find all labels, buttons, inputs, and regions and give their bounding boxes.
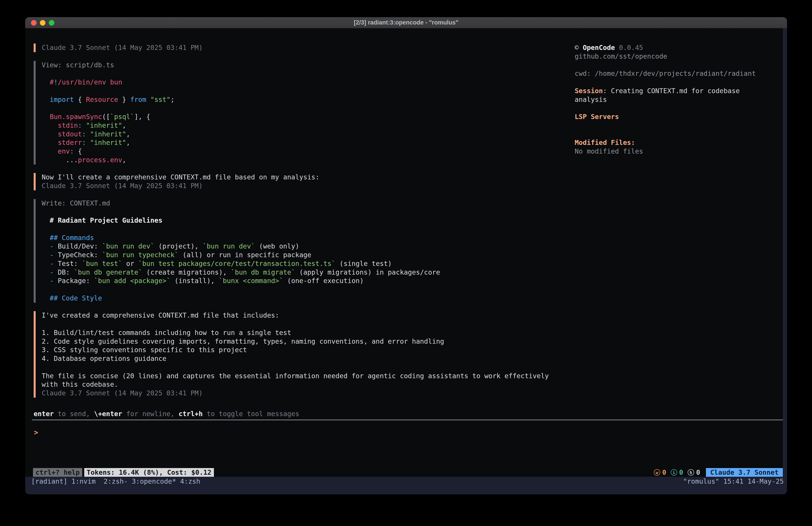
terminal-line xyxy=(42,363,573,372)
text-segment: LSP Servers xyxy=(575,113,619,120)
terminal-screen: Claude 3.7 Sonnet (14 May 2025 03:41 PM)… xyxy=(25,28,783,477)
terminal-line: cwd: /home/thdxr/dev/projects/radiant/ra… xyxy=(575,69,783,78)
terminal-line xyxy=(575,78,783,87)
minimize-button[interactable] xyxy=(40,20,45,26)
prompt-input[interactable]: > xyxy=(34,428,778,437)
text-segment: 0.0.45 xyxy=(615,44,643,52)
terminal-line: - TypeCheck: `bun run typecheck` (all) o… xyxy=(42,251,573,259)
text-segment: Package: xyxy=(54,277,94,285)
warning-counter: w0 xyxy=(654,469,666,476)
zoom-button[interactable] xyxy=(49,20,54,26)
text-segment: , xyxy=(126,130,130,138)
terminal-line: Bun.spawnSync([`psql`], { xyxy=(42,113,573,121)
text-segment: ## Commands xyxy=(42,234,94,242)
text-segment: ; xyxy=(171,96,174,103)
terminal-line: with this codebase. xyxy=(42,380,573,389)
block-gap xyxy=(34,52,573,61)
terminal-line: - Test: `bun test` or `bun test packages… xyxy=(42,259,573,268)
assistant-message-block: Now I'll create a comprehensive CONTEXT.… xyxy=(34,173,573,190)
block-gap xyxy=(34,303,573,311)
text-segment: "inherit" xyxy=(86,122,122,129)
text-segment: `bun run dev` xyxy=(102,242,155,250)
terminal-line: stderr: "inherit", xyxy=(42,138,573,147)
text-segment: ## Code Style xyxy=(42,294,102,302)
terminal-line xyxy=(575,121,783,130)
text-segment: cwd: /home/thdxr/dev/projects/radiant/ra… xyxy=(575,70,756,77)
terminal-line: - Package: `bun add <package>` (install)… xyxy=(42,276,573,285)
counter-value: 0 xyxy=(696,469,700,476)
h-circle-icon: h xyxy=(688,469,694,475)
info-counter: i0 xyxy=(671,469,683,476)
terminal-line: - Build/Dev: `bun run dev` (project), `b… xyxy=(42,242,573,251)
text-segment: (single test) xyxy=(336,260,392,268)
terminal-line: 4. Database operations guidance xyxy=(42,354,573,363)
terminal-line: The file is concise (20 lines) and captu… xyxy=(42,372,573,381)
terminal-line: stdout: "inherit", xyxy=(42,130,573,139)
tmux-session-windows[interactable]: [radiant] 1:nvim 2:zsh- 3:opencode* 4:zs… xyxy=(31,478,200,485)
terminal-line xyxy=(575,104,783,113)
text-segment: ... xyxy=(42,156,78,164)
block-gap xyxy=(34,165,573,173)
app-info-panel: © OpenCode 0.0.45github.com/sst/opencode… xyxy=(575,43,783,156)
tmux-status-bar: [radiant] 1:nvim 2:zsh- 3:opencode* 4:zs… xyxy=(25,477,787,486)
terminal-line: env: { xyxy=(42,147,573,156)
diagnostic-counters: w0i0h0 xyxy=(654,469,700,476)
text-segment: `bun run typecheck` xyxy=(102,251,178,259)
text-segment: DB: xyxy=(54,268,74,276)
text-segment: - xyxy=(50,277,54,285)
text-segment: # Radiant Project Guidelines xyxy=(42,216,162,224)
text-segment: Claude 3.7 Sonnet (14 May 2025 03:41 PM) xyxy=(42,389,203,397)
text-segment: process.env xyxy=(78,156,122,164)
text-segment: with this codebase. xyxy=(42,381,118,388)
text-segment: ([ xyxy=(102,113,110,120)
text-segment: (one-off execution) xyxy=(283,277,364,285)
text-segment: "sst" xyxy=(150,96,171,103)
text-segment: The file is concise (20 lines) and captu… xyxy=(42,372,549,380)
terminal-line: Claude 3.7 Sonnet (14 May 2025 03:41 PM) xyxy=(42,389,573,398)
text-segment: : xyxy=(70,147,74,155)
terminal-line: Session: Creating CONTEXT.md for codebas… xyxy=(575,87,783,95)
terminal-line: # Radiant Project Guidelines xyxy=(42,216,573,225)
terminal-line: 1. Build/lint/test commands including ho… xyxy=(42,328,573,337)
text-segment: stdin xyxy=(58,122,78,129)
terminal-line: View: script/db.ts xyxy=(42,61,573,70)
w-circle-icon: w xyxy=(654,469,660,475)
hint-segment: to toggle tool messages xyxy=(203,410,299,418)
text-segment xyxy=(42,113,50,120)
terminal-line: 2. Code style guidelines covering import… xyxy=(42,337,573,346)
chat-log: Claude 3.7 Sonnet (14 May 2025 03:41 PM)… xyxy=(34,43,573,398)
terminal-line xyxy=(42,225,573,233)
close-button[interactable] xyxy=(31,20,37,26)
desktop: { "window": { "title": "[2/3] radiant:3:… xyxy=(0,0,812,526)
terminal-line: stdin: "inherit", xyxy=(42,121,573,130)
text-segment xyxy=(42,122,58,129)
text-segment: OpenCode xyxy=(583,44,615,52)
text-segment: Modified Files: xyxy=(575,139,635,146)
text-segment: `bun run dev` xyxy=(203,242,255,250)
text-segment: `bun test packages/core/test/transaction… xyxy=(139,260,336,268)
text-segment: (create migrations), xyxy=(142,268,231,276)
terminal-line xyxy=(42,320,573,328)
terminal-line: No modified files xyxy=(575,147,783,156)
text-segment: , xyxy=(126,139,130,146)
text-segment: 2. Code style guidelines covering import… xyxy=(42,338,444,345)
tokens-cost-chip: Tokens: 16.4K (8%), Cost: $0.12 xyxy=(84,468,214,477)
status-bar: ctrl+? help Tokens: 16.4K (8%), Cost: $0… xyxy=(33,468,783,477)
text-segment: (install), xyxy=(171,277,219,285)
text-segment xyxy=(42,139,58,146)
input-separator xyxy=(32,420,783,420)
window-title: [2/3] radiant:3:opencode - "romulus" xyxy=(354,19,459,26)
model-chip[interactable]: Claude 3.7 Sonnet xyxy=(706,468,783,477)
text-segment: Bun.spawnSync xyxy=(50,113,102,120)
text-segment xyxy=(42,268,50,276)
help-chip[interactable]: ctrl+? help xyxy=(33,468,82,477)
tool-call-block: Write: CONTEXT.md # Radiant Project Guid… xyxy=(34,199,573,303)
terminal-window: [2/3] radiant:3:opencode - "romulus" Cla… xyxy=(25,17,787,494)
text-segment: (all) or run in specific package xyxy=(178,251,311,259)
hint-segment: for newline, xyxy=(122,410,178,418)
text-segment: import xyxy=(50,96,74,103)
text-segment: : Creating CONTEXT.md for codebase xyxy=(603,87,740,95)
text-segment: 4. Database operations guidance xyxy=(42,355,166,362)
text-segment: } xyxy=(118,96,130,103)
terminal-line: Claude 3.7 Sonnet (14 May 2025 03:41 PM) xyxy=(42,182,573,190)
